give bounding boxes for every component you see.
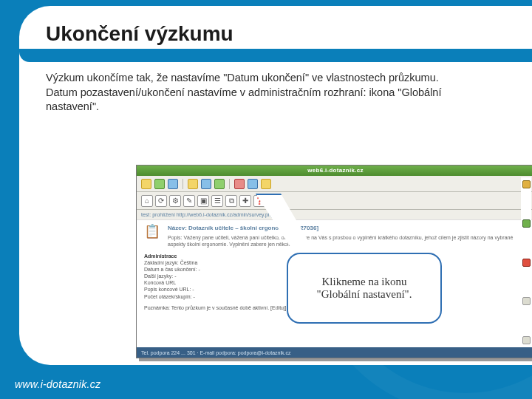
title-underline	[19, 49, 532, 62]
admin-sidebar-item: Počet otázek/skupin: -	[144, 293, 286, 300]
admin-toolbar: ⌂⟳⚙✎▣☰⧉✚❓	[137, 192, 532, 210]
admin-sidebar-item: Další jazyky: -	[144, 273, 286, 279]
survey-description: Popis: Vážený pane učiteli, vážená paní …	[168, 234, 527, 248]
toolbar-icon[interactable]	[201, 179, 211, 189]
toolbar-icon[interactable]	[248, 179, 258, 189]
misc-icon	[522, 336, 531, 344]
breadcrumb: test: prohlížení http://web6.i-dotaznik.…	[137, 210, 532, 220]
callout-line-1: Klikneme na ikonu	[317, 276, 412, 288]
survey-title: Název: Dotazník učitele – školní ergonom…	[168, 225, 527, 231]
slide: Ukončení výzkumu Výzkum ukončíme tak, že…	[0, 0, 532, 399]
admin-toolbar-button[interactable]: ☰	[211, 195, 223, 207]
toolbar-icon[interactable]	[234, 179, 245, 189]
clipboard-icon: 📋	[144, 225, 160, 238]
body-text: Výzkum ukončíme tak, že nastavíme "Datum…	[46, 71, 489, 115]
admin-toolbar-button[interactable]: ✎	[183, 195, 195, 207]
admin-toolbar-button[interactable]: ⚙	[169, 195, 181, 207]
footer-url: www.i-dotaznik.cz	[15, 378, 100, 390]
toolbar-icon[interactable]	[141, 179, 151, 189]
screenshot-footer: Tel. podpora 224 ... 301 · E-mail podpor…	[137, 347, 532, 358]
coin-icon	[522, 180, 531, 188]
admin-sidebar-note: Poznámka: Tento průzkum je v současné do…	[144, 304, 286, 311]
right-icon-strip	[521, 177, 531, 347]
admin-toolbar-button[interactable]: ⌂	[141, 195, 153, 207]
misc-icon	[522, 297, 531, 305]
screenshot-body: 📋 Název: Dotazník učitele – školní ergon…	[137, 220, 532, 252]
status-off-icon	[522, 259, 531, 267]
admin-toolbar-button[interactable]: ⟳	[155, 195, 167, 207]
admin-sidebar-item: Datum a čas ukončení: -	[144, 266, 286, 273]
toolbar-icon[interactable]	[188, 179, 198, 189]
toolbar-icon[interactable]	[261, 179, 271, 189]
admin-sidebar-item: Koncová URL	[144, 279, 286, 286]
status-on-icon	[522, 219, 531, 228]
admin-sidebar: Administrace Základní jazyk: ČeštinaDatu…	[144, 253, 286, 311]
admin-toolbar-button[interactable]: ✚	[239, 195, 251, 207]
callout-line-2: "Globální nastavení".	[317, 288, 412, 301]
body-paragraph-1: Výzkum ukončíme tak, že nastavíme "Datum…	[46, 71, 489, 86]
admin-sidebar-heading: Administrace	[144, 253, 177, 259]
toolbar-icon[interactable]	[154, 179, 165, 189]
callout-bubble: Klikneme na ikonu "Globální nastavení".	[287, 253, 442, 324]
admin-toolbar-button[interactable]: ⧉	[225, 195, 237, 207]
admin-sidebar-item: Popis koncové URL: -	[144, 286, 286, 293]
admin-sidebar-item: Základní jazyk: Čeština	[144, 259, 286, 266]
browser-titlebar: web6.i-dotaznik.cz	[137, 166, 532, 176]
browser-toolbar	[137, 176, 532, 192]
toolbar-icon[interactable]	[214, 179, 225, 189]
toolbar-icon[interactable]	[168, 179, 178, 189]
slide-title: Ukončení výzkumu	[46, 22, 513, 46]
admin-toolbar-button[interactable]: ▣	[197, 195, 209, 207]
body-paragraph-2: Datum pozastavení/ukončení nastavíme v a…	[46, 86, 489, 115]
